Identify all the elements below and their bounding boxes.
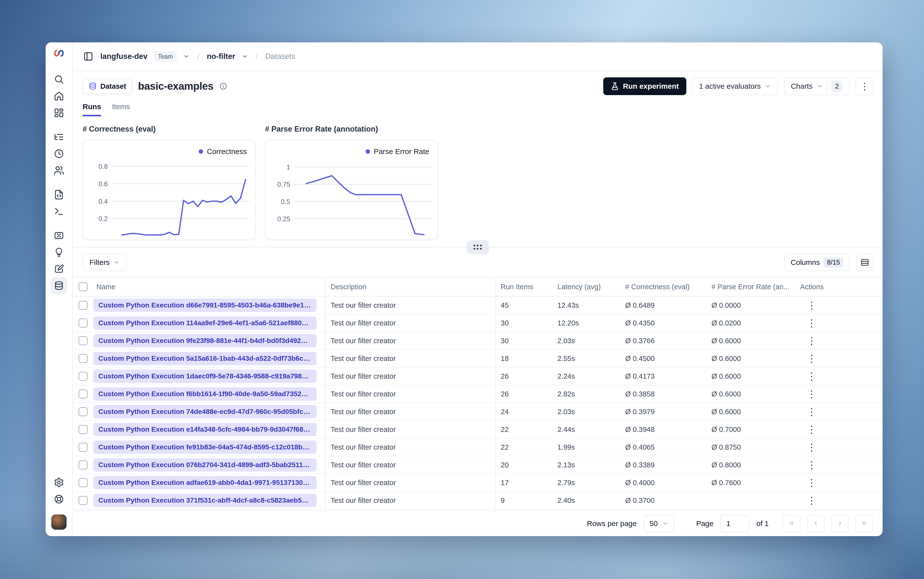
breadcrumb-section[interactable]: Datasets xyxy=(265,52,295,61)
row-checkbox[interactable] xyxy=(79,478,87,487)
run-description: Test our filter creator xyxy=(326,492,496,509)
breadcrumb-separator: / xyxy=(254,51,259,61)
sidebar-item-evaluation-card-icon[interactable] xyxy=(51,227,67,244)
column-header[interactable]: # Parse Error Rate (an... xyxy=(706,277,795,296)
more-options-button[interactable]: ⋮ xyxy=(855,77,874,95)
run-name-link[interactable]: Custom Python Execution 371f531c-abff-4d… xyxy=(93,494,316,507)
run-name-link[interactable]: Custom Python Execution 5a15a616-1bab-44… xyxy=(93,352,316,365)
next-page-button[interactable]: › xyxy=(831,515,849,532)
row-checkbox[interactable] xyxy=(79,372,87,381)
row-checkbox[interactable] xyxy=(79,336,87,345)
column-header[interactable]: Actions xyxy=(795,277,883,296)
sidebar-item-dashboard-icon[interactable] xyxy=(51,105,67,121)
row-checkbox[interactable] xyxy=(79,389,87,398)
row-actions-kebab[interactable]: ⋮ xyxy=(800,353,817,363)
row-actions-kebab[interactable]: ⋮ xyxy=(800,425,817,434)
resize-grip-handle[interactable] xyxy=(467,240,489,254)
table-row: Custom Python Execution 9fe23f98-881e-44… xyxy=(73,332,883,350)
last-page-button[interactable]: » xyxy=(855,515,873,532)
run-experiment-button[interactable]: Run experiment xyxy=(603,77,686,95)
user-avatar[interactable] xyxy=(51,514,67,530)
run-name-link[interactable]: Custom Python Execution f6bb1614-1f90-40… xyxy=(93,387,316,401)
columns-button[interactable]: Columns 8/15 xyxy=(784,254,850,271)
panel-toggle-icon[interactable] xyxy=(83,51,94,62)
run-name-link[interactable]: Custom Python Execution 9fe23f98-881e-44… xyxy=(93,334,316,347)
sidebar-item-lightbulb-icon[interactable] xyxy=(51,244,67,261)
sidebar-item-users-icon[interactable] xyxy=(51,162,67,179)
sidebar-item-datasets-database-icon[interactable] xyxy=(51,277,67,294)
row-actions-kebab[interactable]: ⋮ xyxy=(800,407,817,417)
sidebar-item-settings-gear-icon[interactable] xyxy=(51,474,67,491)
rows-per-page-select[interactable]: 50 xyxy=(644,515,675,532)
row-actions-kebab[interactable]: ⋮ xyxy=(800,442,817,452)
row-actions-kebab[interactable]: ⋮ xyxy=(800,318,817,328)
chart-legend: Parse Error Rate xyxy=(365,147,429,156)
charts-dropdown[interactable]: Charts 2 xyxy=(784,77,850,95)
run-name-link[interactable]: Custom Python Execution 114aa9ef-29e6-4e… xyxy=(93,316,316,330)
run-name-link[interactable]: Custom Python Execution 74de488e-ec9d-47… xyxy=(93,405,316,419)
sidebar-item-tracing-tree-icon[interactable] xyxy=(51,129,67,146)
column-header[interactable]: Description xyxy=(326,277,496,296)
filters-button[interactable]: Filters xyxy=(83,254,126,271)
sidebar-item-search-icon[interactable] xyxy=(51,71,67,88)
row-checkbox[interactable] xyxy=(79,319,87,327)
sidebar-item-sessions-clock-icon[interactable] xyxy=(51,146,67,162)
column-header[interactable]: Latency (avg) xyxy=(552,277,620,296)
row-checkbox[interactable] xyxy=(79,407,87,416)
row-actions-kebab[interactable]: ⋮ xyxy=(800,460,817,470)
row-checkbox[interactable] xyxy=(79,443,87,451)
column-header[interactable]: # Correctness (eval) xyxy=(620,277,706,296)
chevron-down-icon[interactable] xyxy=(183,53,190,60)
svg-text:0.75: 0.75 xyxy=(277,181,290,188)
row-checkbox[interactable] xyxy=(79,461,87,469)
first-page-button[interactable]: « xyxy=(783,515,800,532)
page-of-label: of 1 xyxy=(756,519,769,528)
correctness-value: Ø 0.4500 xyxy=(620,350,706,367)
breadcrumb-org[interactable]: langfuse-dev xyxy=(100,52,147,61)
chart-card: 0.250.50.751 Parse Error Rate xyxy=(265,140,438,240)
run-name-link[interactable]: Custom Python Execution 076b2704-341d-48… xyxy=(93,458,316,471)
breadcrumb-project[interactable]: no-filter xyxy=(207,52,235,61)
database-icon xyxy=(88,82,97,90)
latency-value: 12.20s xyxy=(552,314,620,332)
row-actions-kebab[interactable]: ⋮ xyxy=(800,300,817,310)
row-actions-kebab[interactable]: ⋮ xyxy=(800,496,817,505)
run-name-link[interactable]: Custom Python Execution d66e7991-8595-45… xyxy=(93,299,316,312)
column-header[interactable]: Run Items xyxy=(496,277,552,296)
dataset-type-badge: Dataset xyxy=(83,79,132,94)
tab-runs[interactable]: Runs xyxy=(83,103,101,116)
sidebar-item-home-icon[interactable] xyxy=(51,88,67,105)
select-all-checkbox[interactable] xyxy=(79,282,87,291)
sidebar-item-prompts-file-code-icon[interactable] xyxy=(51,186,67,203)
row-checkbox[interactable] xyxy=(79,301,87,310)
chevron-down-icon[interactable] xyxy=(242,53,248,60)
prev-page-button[interactable]: ‹ xyxy=(807,515,824,532)
info-icon[interactable] xyxy=(220,82,227,90)
sidebar-item-support-lifebuoy-icon[interactable] xyxy=(51,491,67,507)
run-name-link[interactable]: Custom Python Execution fe91b83e-04a5-47… xyxy=(93,440,316,454)
page-title: basic-examples xyxy=(138,80,213,92)
langfuse-logo[interactable] xyxy=(51,47,67,60)
row-actions-kebab[interactable]: ⋮ xyxy=(800,336,817,346)
column-header[interactable]: Name xyxy=(92,277,326,296)
svg-text:0.6: 0.6 xyxy=(98,180,108,188)
active-evaluators-dropdown[interactable]: 1 active evaluators xyxy=(692,77,778,95)
run-name-link[interactable]: Custom Python Execution adfae619-abb0-4d… xyxy=(93,476,316,489)
row-actions-kebab[interactable]: ⋮ xyxy=(800,389,817,399)
page-number-input[interactable] xyxy=(720,515,749,532)
row-actions-kebab[interactable]: ⋮ xyxy=(800,478,817,487)
row-checkbox[interactable] xyxy=(79,354,87,363)
row-height-button[interactable] xyxy=(856,254,874,271)
row-actions-kebab[interactable]: ⋮ xyxy=(800,371,817,381)
sidebar-item-annotation-pen-icon[interactable] xyxy=(51,261,67,277)
run-name-link[interactable]: Custom Python Execution e14fa348-5cfc-49… xyxy=(93,423,316,436)
parse-error-rate-value: Ø 0.7000 xyxy=(706,421,795,438)
tab-items[interactable]: Items xyxy=(112,103,130,116)
sidebar-item-playground-terminal-icon[interactable] xyxy=(51,203,67,220)
chart-correctness: # Correctness (eval) 0.20.40.60.8 Correc… xyxy=(83,125,256,240)
row-checkbox[interactable] xyxy=(79,496,87,505)
charts-section: # Correctness (eval) 0.20.40.60.8 Correc… xyxy=(73,116,883,240)
row-checkbox[interactable] xyxy=(79,425,87,434)
run-name-link[interactable]: Custom Python Execution 1daec0f9-5e78-43… xyxy=(93,370,316,383)
desktop-background: langfuse-dev Team / no-filter / Datasets… xyxy=(0,0,924,579)
